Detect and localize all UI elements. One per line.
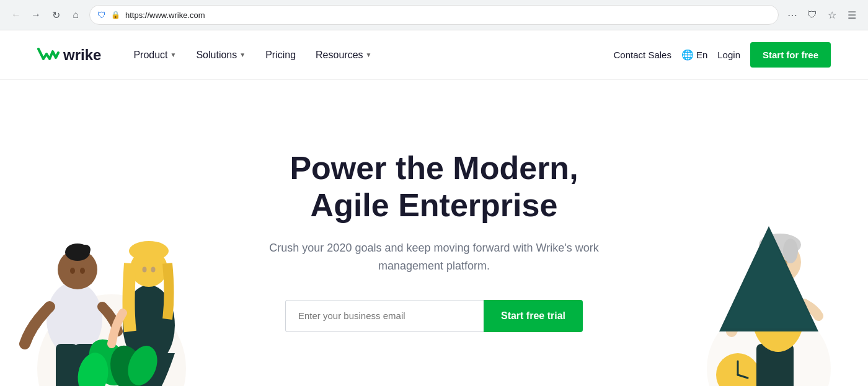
nav-resources-label: Resources	[316, 50, 363, 61]
shield-icon: 🛡	[97, 10, 106, 20]
illustration-right	[688, 133, 849, 386]
language-label: En	[696, 50, 707, 60]
svg-point-7	[70, 268, 75, 274]
hero-section: Power the Modern, Agile Enterprise Crush…	[0, 80, 868, 386]
svg-point-29	[783, 239, 798, 263]
svg-marker-33	[722, 229, 815, 328]
svg-point-13	[129, 241, 169, 261]
navbar: wrike Product ▼ Solutions ▼ Pricing Reso…	[0, 30, 868, 80]
product-chevron-icon: ▼	[170, 51, 177, 58]
contact-sales-link[interactable]: Contact Sales	[614, 50, 671, 60]
hero-title-line2: Agile Enterprise	[311, 187, 558, 223]
home-button[interactable]: ⌂	[67, 6, 84, 24]
start-for-free-button[interactable]: Start for free	[750, 42, 831, 68]
solutions-chevron-icon: ▼	[239, 51, 246, 58]
address-url: https://www.wrike.com	[125, 11, 771, 20]
svg-point-6	[81, 245, 91, 255]
nav-links: Product ▼ Solutions ▼ Pricing Resources …	[126, 45, 613, 66]
language-button[interactable]: 🌐 En	[681, 49, 707, 61]
globe-icon: 🌐	[681, 49, 694, 61]
back-button[interactable]: ←	[7, 6, 25, 24]
nav-solutions[interactable]: Solutions ▼	[188, 45, 253, 66]
browser-actions: ⋯ 🛡 ☆ ☰	[784, 6, 861, 24]
browser-nav-buttons: ← → ↻ ⌂	[7, 6, 84, 24]
hero-content: Power the Modern, Agile Enterprise Crush…	[260, 150, 608, 331]
shield-browser-icon[interactable]: 🛡	[804, 6, 821, 24]
menu-button[interactable]: ☰	[843, 6, 861, 24]
start-free-trial-button[interactable]: Start free trial	[484, 300, 583, 332]
nav-pricing-label: Pricing	[265, 50, 296, 61]
svg-point-8	[80, 268, 85, 274]
address-bar[interactable]: 🛡 🔒 https://www.wrike.com	[89, 5, 779, 25]
hero-title-line1: Power the Modern,	[290, 150, 578, 186]
nav-product-label: Product	[133, 50, 167, 61]
nav-pricing[interactable]: Pricing	[258, 45, 303, 66]
hero-subtitle: Crush your 2020 goals and keep moving fo…	[260, 239, 608, 275]
reload-button[interactable]: ↻	[47, 6, 64, 24]
nav-solutions-label: Solutions	[196, 50, 237, 61]
nav-right: Contact Sales 🌐 En Login Start for free	[614, 42, 831, 68]
svg-point-14	[143, 267, 147, 273]
logo-text: wrike	[63, 46, 101, 64]
email-input[interactable]	[285, 300, 484, 332]
bookmark-button[interactable]: ☆	[823, 6, 841, 24]
hero-cta: Start free trial	[260, 300, 608, 332]
browser-chrome: ← → ↻ ⌂ 🛡 🔒 https://www.wrike.com ⋯ 🛡 ☆ …	[0, 0, 868, 30]
login-button[interactable]: Login	[717, 50, 740, 60]
hero-title: Power the Modern, Agile Enterprise	[260, 150, 608, 224]
lock-icon: 🔒	[111, 11, 120, 19]
illustration-left	[12, 133, 223, 386]
resources-chevron-icon: ▼	[366, 51, 372, 58]
nav-product[interactable]: Product ▼	[126, 45, 184, 66]
logo[interactable]: wrike	[37, 46, 101, 64]
more-button[interactable]: ⋯	[784, 6, 801, 24]
logo-icon	[37, 46, 60, 64]
forward-button[interactable]: →	[27, 6, 45, 24]
svg-rect-2	[56, 344, 78, 386]
svg-point-15	[151, 267, 156, 273]
nav-resources[interactable]: Resources ▼	[308, 45, 379, 66]
